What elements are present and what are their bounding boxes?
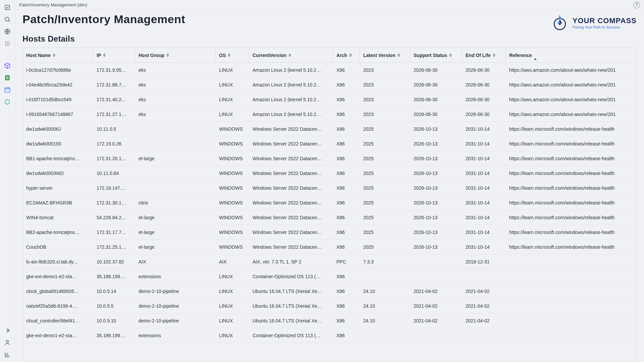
svg-rect-13	[6, 76, 9, 77]
cell-eol: 2026-06-30	[462, 97, 506, 102]
column-header-support[interactable]: Support Status	[410, 48, 462, 62]
cell-ref: https://learn.microsoft.com/windows/rele…	[506, 126, 636, 132]
cell-version: Windows Server 2022 Datacen…	[249, 215, 333, 220]
cell-hostname: WIN4-tomcat	[23, 215, 93, 220]
sort-icon	[228, 53, 230, 57]
cell-hostname: ls-aix-l6dc320.ci.lab.dy…	[23, 259, 93, 264]
nav-spreadsheet-icon[interactable]	[3, 74, 11, 82]
table-body[interactable]: i-0c3ca127d7fc0686e172.31.9.95…eksLINUXA…	[23, 63, 636, 362]
cell-latest: 2023	[360, 97, 410, 102]
cell-group: et-large	[135, 215, 216, 220]
table-row[interactable]: clock_global/81469505…10.0.5.14demo-2-10…	[23, 284, 636, 299]
cell-support: 2026-10-13	[410, 244, 462, 250]
cell-arch: X86	[333, 112, 360, 117]
cell-arch: X86	[333, 156, 360, 161]
table-row[interactable]: dw1sdwk000193172.19.0.26WINDOWSWindows S…	[23, 136, 636, 151]
cell-latest: 2025	[360, 200, 410, 205]
cell-os: WINDOWS	[216, 244, 249, 250]
cell-version: Windows Server 2022 Datacen…	[249, 244, 333, 250]
cell-ip: 35.188.199.…	[93, 333, 135, 338]
cell-arch: X86	[333, 230, 360, 235]
table-row[interactable]: i-04e48c95cca23de42172.31.88.7…eksLINUXA…	[23, 77, 636, 92]
cell-ref: https://learn.microsoft.com/windows/rele…	[506, 230, 636, 235]
cell-hostname: i-016f7101d5dbcc549	[23, 97, 93, 102]
table-row[interactable]: gke-ext-demo1-e2-sta…35.188.199.…extensi…	[23, 328, 636, 343]
expand-icon[interactable]	[3, 326, 11, 335]
cell-latest: 7.3.3	[360, 259, 410, 264]
apps-grid-icon[interactable]	[3, 40, 11, 48]
table-row[interactable]: BB2-apache-tomcatjms…172.31.17.7…et-larg…	[23, 225, 636, 240]
help-button[interactable]: ?	[633, 2, 640, 8]
table-row[interactable]: i-09165487b67148867172.31.27.1…eksLINUXA…	[23, 107, 636, 122]
cell-hostname: i-0c3ca127d7fc0686e	[23, 67, 93, 73]
table-row[interactable]: dw1sdwk0003WD10.11.0.84WINDOWSWindows Se…	[23, 166, 636, 181]
table-row[interactable]: CouchDB172.31.25.1…et-largeWINDOWSWindow…	[23, 240, 636, 254]
cell-ip: 172.31.88.7…	[93, 82, 135, 87]
cell-support: 2026-10-13	[410, 141, 462, 146]
cell-latest: 2025	[360, 244, 410, 250]
cell-hostname: i-04e48c95cca23de42	[23, 82, 93, 87]
column-header-group[interactable]: Host Group	[135, 48, 216, 62]
column-header-latest[interactable]: Latest Version	[360, 48, 410, 62]
cell-latest: 2025	[360, 126, 410, 132]
cell-os: WINDOWS	[216, 215, 249, 220]
cell-ref: https://learn.microsoft.com/windows/rele…	[506, 200, 636, 205]
svg-rect-0	[5, 5, 9, 9]
table-row[interactable]: i-016f7101d5dbcc549172.31.40.2…eksLINUXA…	[23, 92, 636, 107]
cell-hostname: dw1sdwk0003WD	[23, 171, 93, 176]
cell-latest: 24.10	[360, 318, 410, 323]
cell-eol: 2031-10-14	[462, 244, 506, 250]
cell-os: LINUX	[216, 82, 249, 87]
table-row[interactable]: ls-aix-l6dc320.ci.lab.dy…10.102.37.82AIX…	[23, 254, 636, 269]
cell-ref: https://learn.microsoft.com/windows/rele…	[506, 244, 636, 250]
column-header-arch[interactable]: Arch	[333, 48, 360, 62]
cell-group: extensions	[135, 333, 216, 338]
column-header-os[interactable]: OS	[216, 48, 249, 62]
table-row[interactable]: gke-ext-demo1-e2-sta…35.188.199.…extensi…	[23, 269, 636, 284]
cell-os: WINDOWS	[216, 126, 249, 132]
compass-icon	[550, 13, 569, 32]
globe-icon[interactable]	[3, 27, 11, 36]
cell-group: demo-2-10-pipeline	[135, 289, 216, 294]
cell-support: 2026-10-13	[410, 185, 462, 191]
column-label: CurrentVersion	[253, 53, 286, 58]
user-icon[interactable]	[3, 339, 11, 347]
table-row[interactable]: EC2AMAZ-BFHGR3B172.31.30.1…citrixWINDOWS…	[23, 195, 636, 210]
nav-home-icon[interactable]	[3, 3, 11, 11]
table-row[interactable]: cloud_controller/68ef41…10.0.5.10demo-2-…	[23, 313, 636, 328]
column-header-hostname[interactable]: Host Name	[23, 48, 93, 62]
cell-ip: 10.0.5.14	[93, 289, 135, 294]
table-row[interactable]: i-0c3ca127d7fc0686e172.31.9.95…eksLINUXA…	[23, 63, 636, 77]
table-row[interactable]: nats/ef25a5d6-8199-4…10.0.5.5demo-2-10-p…	[23, 299, 636, 313]
cell-arch: PPC	[333, 259, 360, 264]
cell-group: et-large	[135, 244, 216, 250]
table-row[interactable]: BB1-apache-tomcatjms…172.31.20.1…et-larg…	[23, 151, 636, 166]
table-row[interactable]: dw1sdwk00056J10.11.0.5WINDOWSWindows Ser…	[23, 122, 636, 136]
column-header-ref[interactable]: Reference	[506, 48, 636, 62]
sort-icon	[166, 53, 169, 57]
cell-hostname: CouchDB	[23, 244, 93, 250]
cell-eol: 2021-04-02	[462, 289, 506, 294]
nav-rail	[0, 0, 15, 362]
cell-ip: 172.31.27.1…	[93, 112, 135, 117]
nav-hex-icon[interactable]	[3, 98, 11, 106]
cell-support: 2026-10-13	[410, 200, 462, 205]
cell-arch: X86	[333, 303, 360, 309]
table-row[interactable]: hyper-server172.18.147.…WINDOWSWindows S…	[23, 181, 636, 195]
table-row[interactable]: WIN4-tomcat54.226.84.2…et-largeWINDOWSWi…	[23, 210, 636, 225]
cell-latest: 24.10	[360, 303, 410, 309]
column-header-version[interactable]: CurrentVersion	[249, 48, 333, 62]
nav-cube-icon[interactable]	[3, 62, 11, 70]
column-header-eol[interactable]: End Of Life	[462, 48, 506, 62]
cell-arch: X86	[333, 215, 360, 220]
svg-point-8	[9, 43, 10, 44]
cell-eol: 2031-10-14	[462, 141, 506, 146]
cell-eol: 2026-06-30	[462, 112, 506, 117]
nav-calendar-icon[interactable]	[3, 86, 11, 94]
cell-latest: 2023	[360, 82, 410, 87]
search-icon[interactable]	[3, 15, 11, 23]
cell-support: 2026-06-30	[410, 67, 462, 73]
cell-ref: https://learn.microsoft.com/windows/rele…	[506, 171, 636, 176]
chart-icon[interactable]	[3, 351, 11, 359]
column-header-ip[interactable]: IP	[93, 48, 135, 62]
